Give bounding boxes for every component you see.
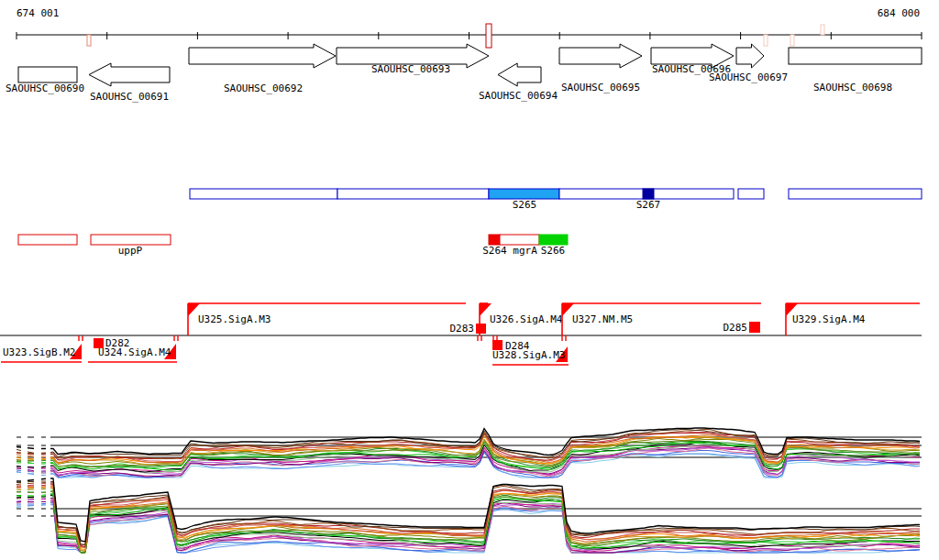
operon-label-uppP: uppP [118, 245, 143, 257]
gene-glyph-SAOUHSC_00698[interactable] [789, 48, 922, 64]
terminator-label-D283: D283 [450, 323, 475, 335]
promoter-label-U325.SigA.M3: U325.SigA.M3 [198, 313, 271, 325]
gene-glyph-SAOUHSC_00690[interactable] [18, 67, 77, 82]
expression-trace [17, 428, 920, 456]
marker-pink-2[interactable] [790, 35, 794, 46]
gene-glyph-SAOUHSC_00694[interactable] [498, 63, 541, 86]
transcript-segment[interactable] [337, 189, 489, 199]
marker-small-red[interactable] [87, 35, 91, 46]
transcript-inner-block[interactable] [643, 189, 654, 199]
transcript-segment-track: S265S267 [190, 189, 922, 211]
operon-label-S264-mgrA: S264 mgrA [482, 245, 537, 257]
terminator-label-D282: D282 [105, 337, 130, 349]
gene-label-SAOUHSC_00691: SAOUHSC_00691 [90, 91, 169, 103]
operon-label-S266: S266 [541, 245, 566, 257]
sequence-break-stripe [21, 414, 28, 557]
gene-glyph-SAOUHSC_00691[interactable] [89, 63, 170, 86]
operon-segment[interactable] [91, 235, 171, 245]
gene-label-SAOUHSC_00692: SAOUHSC_00692 [224, 82, 303, 94]
expression-trace [17, 494, 920, 553]
marker-tall-red[interactable] [486, 24, 492, 48]
transcript-segment[interactable] [738, 189, 764, 199]
gene-glyph-SAOUHSC_00697[interactable] [736, 44, 764, 68]
promoter-label-U327.NM.M5: U327.NM.M5 [572, 313, 633, 325]
sequence-break-stripe [34, 414, 41, 557]
gene-track: SAOUHSC_00690SAOUHSC_00691SAOUHSC_00692S… [6, 44, 922, 103]
genome-browser-view: 674 001 684 000 SAOUHSC_00690SAOUHSC_006… [0, 0, 939, 560]
gene-label-SAOUHSC_00697: SAOUHSC_00697 [709, 71, 788, 83]
sequence-break-stripe [46, 414, 50, 557]
segment-label-S267: S267 [636, 199, 661, 211]
gene-label-SAOUHSC_00693: SAOUHSC_00693 [371, 63, 450, 75]
gene-glyph-SAOUHSC_00695[interactable] [559, 44, 642, 68]
gene-glyph-SAOUHSC_00692[interactable] [189, 44, 336, 68]
expression-panel-upper [17, 428, 922, 478]
gene-label-SAOUHSC_00695: SAOUHSC_00695 [561, 82, 640, 93]
gene-label-SAOUHSC_00694: SAOUHSC_00694 [479, 90, 558, 102]
transcript-segment[interactable] [789, 189, 922, 199]
promoter-label-U329.SigA.M4: U329.SigA.M4 [792, 313, 866, 325]
operon-segment[interactable] [489, 235, 500, 245]
terminator-box-D284[interactable] [492, 340, 503, 350]
marker-pink-1[interactable] [764, 35, 768, 46]
promoter-annotation-track: U325.SigA.M3U326.SigA.M4U327.NM.M5U329.S… [0, 303, 922, 365]
transcript-segment[interactable] [489, 189, 559, 199]
promoter-label-U326.SigA.M4: U326.SigA.M4 [490, 313, 563, 325]
ruler-start-coordinate: 674 001 [17, 7, 59, 19]
terminator-label-D284: D284 [505, 340, 530, 352]
coordinate-ruler: 674 001 684 000 [17, 7, 922, 48]
terminator-label-D285: D285 [724, 322, 748, 334]
ruler-end-coordinate: 684 000 [878, 7, 920, 19]
expression-signal-panels [17, 414, 922, 557]
segment-label-S265: S265 [513, 199, 537, 211]
marker-pink-3[interactable] [821, 25, 824, 35]
terminator-box-D285[interactable] [749, 322, 760, 333]
genome-browser-canvas: 674 001 684 000 SAOUHSC_00690SAOUHSC_006… [0, 0, 939, 560]
operon-segment[interactable] [18, 235, 77, 245]
operon-track: uppPS264 mgrAS266 [18, 235, 568, 257]
terminator-box-D283[interactable] [476, 324, 486, 334]
expression-panel-lower [17, 478, 922, 553]
operon-segment[interactable] [539, 235, 568, 245]
gene-label-SAOUHSC_00690: SAOUHSC_00690 [6, 82, 84, 94]
operon-segment[interactable] [500, 235, 539, 245]
promoter-label-U323.SigB.M2: U323.SigB.M2 [3, 346, 75, 358]
terminator-box-D282[interactable] [94, 338, 104, 348]
gene-label-SAOUHSC_00698: SAOUHSC_00698 [813, 82, 892, 93]
transcript-segment[interactable] [190, 189, 337, 199]
